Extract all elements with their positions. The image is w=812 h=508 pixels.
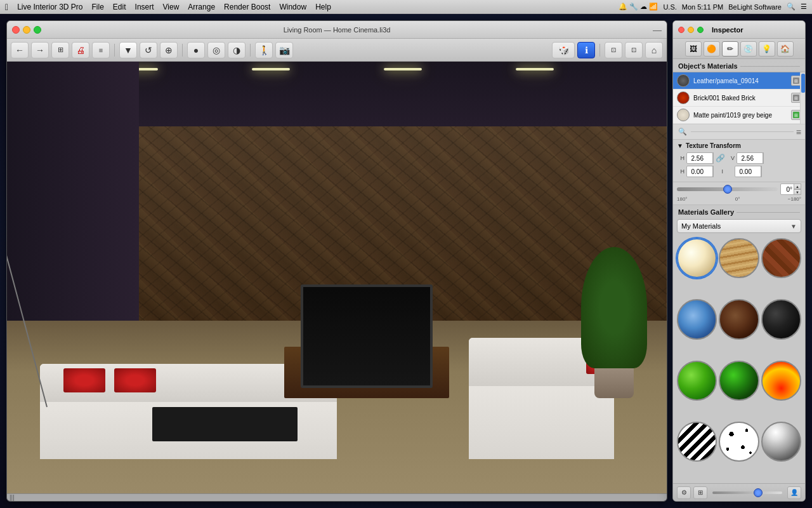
menu-file[interactable]: File: [92, 3, 104, 11]
angle-section: 0° ▲ ▼ 180° 0° −180°: [673, 182, 805, 205]
3d-view-button[interactable]: 🎲: [552, 42, 575, 58]
ceiling-light-4: [516, 68, 554, 70]
select-tool[interactable]: ▼: [119, 42, 137, 58]
tab-paint[interactable]: ✏: [722, 41, 738, 57]
coffee-table: [152, 407, 298, 441]
swatch-spots[interactable]: [719, 422, 759, 462]
tab-materials[interactable]: 🖼: [685, 41, 702, 57]
tab-home[interactable]: 🏠: [777, 41, 794, 57]
angle-slider-container: 0° ▲ ▼: [677, 184, 801, 195]
home-view-button[interactable]: ⌂: [645, 42, 663, 58]
menu-help[interactable]: Help: [315, 3, 331, 11]
swatch-cream[interactable]: [677, 238, 717, 278]
offset-x-value: 0.00: [691, 168, 704, 175]
scale-row: H 2.56 ▲ ▼ 🔗 V 2.56: [677, 152, 801, 164]
move-tool[interactable]: ⊕: [160, 42, 178, 58]
swatch-black[interactable]: [761, 299, 801, 339]
camera-tool[interactable]: 📷: [275, 42, 293, 58]
zoom-slider-handle[interactable]: [754, 488, 763, 497]
menu-edit[interactable]: Edit: [113, 3, 126, 11]
material-name-0: Leather/pamela_09014: [693, 77, 787, 84]
nav-back-button[interactable]: ←: [11, 42, 29, 58]
dropper-tool[interactable]: 🔍: [677, 126, 688, 138]
tab-shader[interactable]: 💿: [740, 41, 757, 57]
menu-arrange[interactable]: Arrange: [188, 3, 215, 11]
swatch-fire[interactable]: [761, 361, 801, 401]
gallery-divider: [737, 212, 800, 213]
link-icon: 🔗: [716, 154, 725, 163]
menubar-time: Mon 5:11 PM: [682, 3, 723, 11]
tab-texture[interactable]: 🟠: [704, 41, 720, 57]
window-resize-handle[interactable]: —: [653, 25, 662, 35]
material-name-1: Brick/001 Baked Brick: [693, 95, 787, 102]
zoom-slider[interactable]: [712, 491, 782, 494]
menu-dots[interactable]: ≡: [796, 127, 801, 137]
swatch-wood-light[interactable]: [719, 238, 759, 278]
apple-menu[interactable]: : [5, 2, 8, 12]
material-swatch-2: [677, 109, 690, 121]
angle-slider-handle[interactable]: [723, 185, 732, 194]
offset-y-group: 0.00 ▲ ▼: [735, 166, 762, 177]
material-item-1[interactable]: Brick/001 Baked Brick ⊞: [673, 90, 805, 107]
angle-slider-track[interactable]: [677, 187, 778, 191]
inspector-titlebar: Inspector: [673, 21, 805, 39]
menubar-company: BeLight Software: [728, 3, 782, 11]
materials-scrollbar[interactable]: [800, 72, 805, 124]
inspector-maximize[interactable]: [697, 27, 704, 33]
swatch-water[interactable]: [677, 299, 717, 339]
angle-down[interactable]: ▼: [794, 189, 801, 195]
nav-forward-button[interactable]: →: [31, 42, 49, 58]
close-button[interactable]: [12, 26, 20, 34]
swatch-brick[interactable]: [761, 238, 801, 278]
grid-button[interactable]: ⊞: [693, 486, 707, 499]
viewport-scrollbar[interactable]: |||: [7, 493, 667, 501]
maximize-button[interactable]: [34, 26, 41, 34]
arc-tool[interactable]: ◑: [228, 42, 246, 58]
angle-up[interactable]: ▲: [794, 184, 801, 189]
menu-render-boost[interactable]: Render Boost: [224, 3, 270, 11]
minimize-button[interactable]: [23, 26, 30, 34]
circle-tool[interactable]: ●: [187, 42, 205, 58]
scroll-grip: |||: [10, 494, 15, 501]
menu-insert[interactable]: Insert: [135, 3, 154, 11]
menu-icon[interactable]: ☰: [801, 3, 807, 11]
target-tool[interactable]: ◎: [207, 42, 225, 58]
person-tool[interactable]: 🚶: [255, 42, 273, 58]
menu-app-name[interactable]: Live Interior 3D Pro: [17, 3, 82, 11]
material-name-2: Matte paint/1019 grey beige: [693, 112, 787, 119]
swatch-wood-dark[interactable]: [719, 299, 759, 339]
svg-text:⊞: ⊞: [794, 113, 798, 117]
tab-light[interactable]: 💡: [759, 41, 775, 57]
material-item-2[interactable]: Matte paint/1019 grey beige ⊞: [673, 107, 805, 124]
swatch-zebra[interactable]: [677, 422, 717, 462]
settings-button[interactable]: ⚙: [677, 486, 691, 499]
info-button[interactable]: ℹ: [577, 42, 595, 58]
top-view-button[interactable]: ⊡: [605, 42, 622, 58]
views-button[interactable]: ≡: [92, 42, 110, 58]
menu-view[interactable]: View: [163, 3, 180, 11]
material-item-0[interactable]: Leather/pamela_09014 ⊞: [673, 72, 805, 90]
rotate-tool[interactable]: ↺: [140, 42, 157, 58]
scale-x-value: 2.56: [691, 155, 704, 162]
swatch-chrome[interactable]: [761, 422, 801, 462]
front-view-button[interactable]: ⊡: [625, 42, 643, 58]
inspector-minimize[interactable]: [688, 27, 694, 33]
texture-transform-section: ▼ Texture Transform H 2.56 ▲ ▼ 🔗 V: [673, 140, 805, 182]
angle-stepper[interactable]: ▲ ▼: [794, 184, 801, 195]
swatch-green-bright[interactable]: [677, 361, 717, 401]
swatch-green-dark[interactable]: [719, 361, 759, 401]
floor-plan-button[interactable]: ⊞: [51, 42, 69, 58]
materials-scroll-handle[interactable]: [801, 74, 805, 93]
tv-unit: [284, 347, 449, 399]
plant: [581, 247, 647, 398]
print-button[interactable]: 🖨: [72, 42, 89, 58]
toolbar-sep-1: [114, 44, 115, 57]
gallery-dropdown[interactable]: My Materials ▼: [677, 219, 801, 233]
person-icon-button[interactable]: 👤: [787, 486, 801, 499]
search-icon[interactable]: 🔍: [787, 3, 796, 11]
pillow-1: [63, 368, 105, 392]
3d-viewport[interactable]: [7, 62, 667, 493]
menu-window[interactable]: Window: [279, 3, 306, 11]
toolbar-sep-2: [182, 44, 183, 57]
inspector-close[interactable]: [678, 27, 684, 33]
